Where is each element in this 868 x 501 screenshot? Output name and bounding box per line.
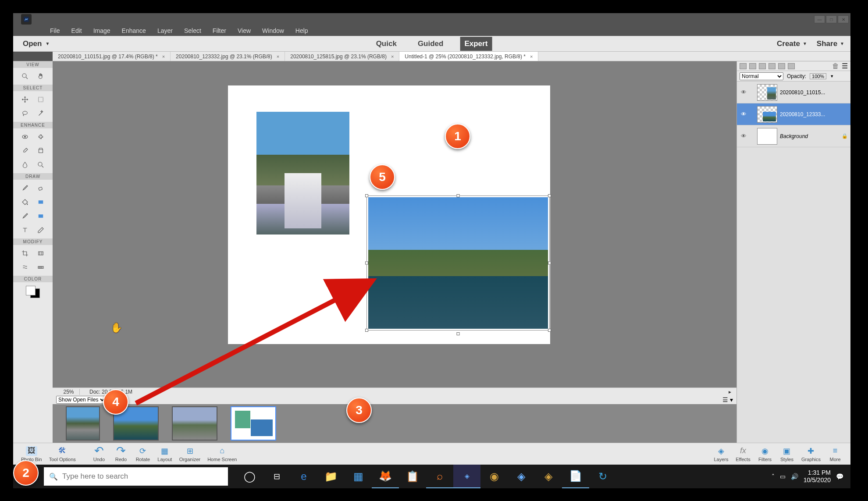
- zoom-level[interactable]: 25%: [58, 389, 80, 395]
- placed-image-lake[interactable]: [368, 197, 548, 329]
- app-icon[interactable]: ◈: [508, 465, 535, 488]
- app-icon[interactable]: 📄: [562, 465, 589, 488]
- window-maximize-button[interactable]: □: [826, 15, 837, 23]
- organizer-button[interactable]: ⊞Organizer: [176, 446, 204, 462]
- layer-row[interactable]: 👁 20200810_11015...: [737, 82, 850, 103]
- lasso-tool-icon[interactable]: [18, 108, 32, 119]
- shape-tool-icon[interactable]: [34, 210, 47, 222]
- doc-tab[interactable]: Untitled-1 @ 25% (20200810_123332.jpg, R…: [399, 52, 538, 61]
- transform-handle[interactable]: [548, 262, 551, 265]
- blur-tool-icon[interactable]: [18, 159, 32, 171]
- redo-button[interactable]: ↷Redo: [110, 446, 132, 462]
- move-tool-icon[interactable]: [18, 94, 32, 105]
- canvas[interactable]: [228, 85, 550, 344]
- app-icon[interactable]: ↻: [589, 465, 616, 488]
- edge-icon[interactable]: e: [290, 465, 317, 488]
- photobin-dropdown[interactable]: Show Open Files: [56, 396, 106, 404]
- notification-icon[interactable]: 💬: [836, 473, 843, 480]
- effects-button[interactable]: fxEffects: [732, 446, 754, 462]
- explorer-icon[interactable]: 📁: [317, 465, 345, 488]
- styles-button[interactable]: ▣Styles: [776, 446, 798, 462]
- photobin-thumb[interactable]: [231, 406, 276, 441]
- transform-handle[interactable]: [365, 194, 368, 197]
- search-app-icon[interactable]: ⌕: [426, 465, 453, 488]
- mask-icon[interactable]: [768, 63, 776, 69]
- transform-handle[interactable]: [548, 329, 551, 332]
- photobin-thumb[interactable]: [66, 406, 100, 441]
- menu-window[interactable]: Window: [257, 26, 289, 35]
- open-button[interactable]: Open ▼: [19, 38, 53, 50]
- doc-tab[interactable]: 20200810_123332.jpg @ 23.1% (RGB/8)×: [171, 52, 285, 61]
- visibility-toggle-icon[interactable]: 👁: [740, 133, 747, 139]
- hand-tool-icon[interactable]: [34, 71, 47, 82]
- doc-tab[interactable]: 20200810_110151.jpg @ 17.4% (RGB/8) *×: [53, 52, 171, 61]
- trash-icon[interactable]: 🗑: [832, 62, 839, 70]
- brush-tool-icon[interactable]: [18, 182, 32, 194]
- sponge-tool-icon[interactable]: [34, 159, 47, 171]
- app-icon[interactable]: ◈: [535, 465, 562, 488]
- color-swatch[interactable]: [26, 282, 40, 302]
- app-icon[interactable]: ▦: [345, 465, 372, 488]
- layer-thumb[interactable]: [757, 106, 777, 123]
- mode-expert[interactable]: Expert: [460, 37, 492, 51]
- layout-button[interactable]: ▦Layout: [154, 446, 176, 462]
- mode-quick[interactable]: Quick: [372, 37, 401, 51]
- doc-tab[interactable]: 20200810_125815.jpg @ 23.1% (RGB/8)×: [285, 52, 399, 61]
- menu-filter[interactable]: Filter: [207, 26, 231, 35]
- transform-handle[interactable]: [457, 194, 460, 197]
- close-tab-icon[interactable]: ×: [162, 54, 165, 59]
- transform-handle[interactable]: [365, 262, 368, 265]
- panel-menu-icon[interactable]: ☰: [842, 62, 848, 70]
- mode-guided[interactable]: Guided: [413, 37, 448, 51]
- menu-help[interactable]: Help: [290, 26, 313, 35]
- layer-name[interactable]: 20200810_11015...: [780, 89, 848, 96]
- layer-thumb[interactable]: [757, 128, 777, 145]
- search-input[interactable]: [62, 472, 223, 481]
- tray-volume-icon[interactable]: 🔊: [791, 473, 798, 480]
- adjustment-layer-icon[interactable]: [759, 63, 766, 69]
- visibility-toggle-icon[interactable]: 👁: [740, 111, 747, 117]
- redeye-tool-icon[interactable]: [18, 131, 32, 142]
- eyedropper-tool-icon[interactable]: [18, 145, 32, 156]
- blend-mode-select[interactable]: Normal: [740, 72, 783, 80]
- filters-button[interactable]: ◉Filters: [754, 446, 776, 462]
- task-view-icon[interactable]: ◯: [236, 465, 263, 488]
- app-icon[interactable]: ◉: [480, 465, 508, 488]
- menu-image[interactable]: Image: [88, 26, 116, 35]
- transform-handle[interactable]: [548, 194, 551, 197]
- crop-tool-icon[interactable]: [18, 248, 32, 259]
- layers-button[interactable]: ◈Layers: [710, 446, 732, 462]
- layer-name[interactable]: 20200810_12333...: [780, 111, 848, 117]
- color-picker-tool-icon[interactable]: [18, 210, 32, 222]
- tray-chevron-icon[interactable]: ˄: [772, 473, 775, 480]
- transform-handle[interactable]: [365, 329, 368, 332]
- zoom-tool-icon[interactable]: [18, 71, 32, 82]
- create-button[interactable]: Create▼: [777, 39, 807, 48]
- transform-handle[interactable]: [457, 332, 460, 335]
- tool-options-button[interactable]: 🛠Tool Options: [46, 446, 79, 462]
- recompose-tool-icon[interactable]: [34, 248, 47, 259]
- paint-bucket-tool-icon[interactable]: [18, 196, 32, 208]
- layer-row[interactable]: 👁 20200810_12333...: [737, 103, 850, 125]
- menu-select[interactable]: Select: [179, 26, 206, 35]
- photo-bin-button[interactable]: 🖼Photo Bin: [18, 446, 46, 462]
- notes-icon[interactable]: 📋: [399, 465, 426, 488]
- clone-stamp-tool-icon[interactable]: [34, 145, 47, 156]
- magic-wand-tool-icon[interactable]: [34, 108, 47, 119]
- pse-icon[interactable]: ◈: [453, 465, 480, 488]
- taskbar-search[interactable]: 🔍: [44, 467, 228, 486]
- eraser-tool-icon[interactable]: [34, 182, 47, 194]
- undo-button[interactable]: ↶Undo: [88, 446, 110, 462]
- foreground-color-icon[interactable]: [26, 286, 36, 295]
- tray-network-icon[interactable]: ▭: [780, 473, 786, 480]
- gradient-tool-icon[interactable]: [34, 196, 47, 208]
- layer-row[interactable]: 👁 Background 🔒: [737, 125, 850, 147]
- pencil-tool-icon[interactable]: [34, 224, 47, 236]
- placed-image-waterfall[interactable]: [256, 112, 349, 235]
- home-screen-button[interactable]: ⌂Home Screen: [204, 446, 240, 462]
- lock-icon[interactable]: [778, 63, 785, 69]
- more-button[interactable]: ≡More: [824, 446, 846, 462]
- rotate-button[interactable]: ⟳Rotate: [132, 446, 154, 462]
- task-view-icon[interactable]: ⊟: [263, 465, 290, 488]
- menu-edit[interactable]: Edit: [66, 26, 87, 35]
